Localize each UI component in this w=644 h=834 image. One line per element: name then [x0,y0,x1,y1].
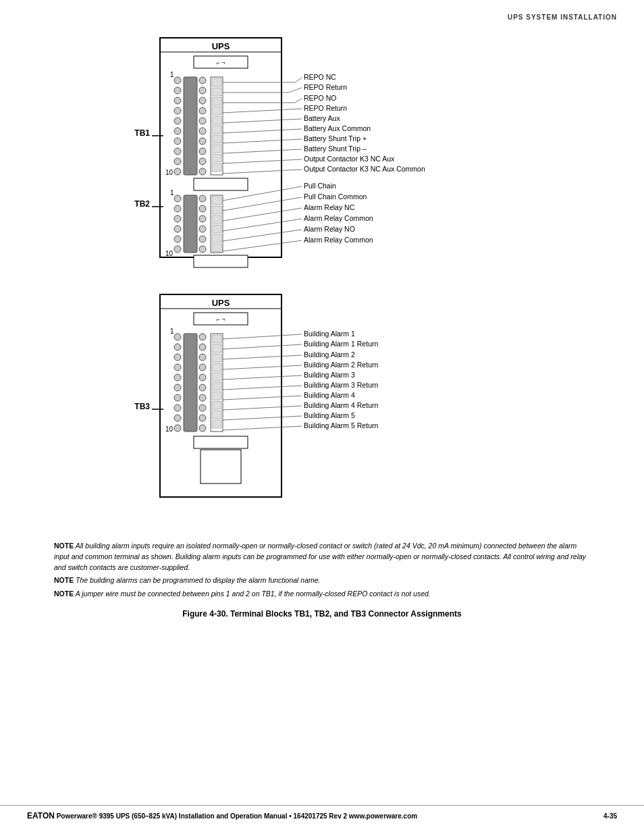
d2-label-ba5r: Building Alarm 5 Return [304,421,378,429]
svg-text:⌐ ¬: ⌐ ¬ [216,59,225,66]
svg-point-45 [174,226,181,232]
svg-rect-61 [212,234,221,242]
note2-text: The building alarms can be programmed to… [74,576,320,584]
svg-point-16 [174,168,181,175]
svg-rect-33 [212,107,221,115]
svg-point-19 [199,97,206,104]
svg-point-91 [174,354,181,361]
svg-point-93 [174,374,181,381]
notes-section: NOTE All building alarm inputs require a… [54,541,590,600]
d1-label-battery-aux: Battery Aux [304,114,340,122]
svg-point-107 [199,415,206,421]
svg-point-42 [174,195,181,202]
svg-point-44 [174,215,181,222]
svg-point-90 [174,344,181,350]
svg-point-8 [174,87,181,94]
svg-rect-119 [212,401,221,409]
svg-rect-32 [212,97,221,105]
d2-label-ba3r: Building Alarm 3 Return [304,381,378,389]
svg-point-53 [199,246,206,253]
svg-rect-109 [184,334,197,432]
svg-rect-54 [184,195,197,253]
svg-point-103 [199,374,206,381]
svg-rect-117 [212,382,221,390]
svg-rect-113 [212,344,221,353]
footer: EATON Powerware® 9395 UPS (650–825 kVA) … [0,805,644,820]
svg-point-26 [199,168,206,175]
svg-rect-115 [212,363,221,371]
d1-tb2-label: TB2 [134,199,150,209]
d1-label-bst-minus: Battery Shunt Trip – [304,145,367,153]
d2-label-ba4r: Building Alarm 4 Return [304,401,378,409]
svg-rect-60 [212,225,221,233]
svg-point-25 [199,158,206,165]
footer-page: 4-35 [603,812,617,820]
svg-point-17 [199,77,206,84]
svg-text:⌐ ¬: ⌐ ¬ [216,316,225,323]
svg-point-101 [199,354,206,361]
svg-line-69 [295,99,302,103]
svg-point-9 [174,97,181,104]
svg-point-96 [174,405,181,411]
d1-label-oc-k3: Output Contactor K3 NC Aux [304,155,395,163]
d1-label-repo-nc: REPO NC [304,73,336,81]
svg-rect-57 [212,197,221,205]
note1: NOTE All building alarm inputs require a… [54,541,590,573]
svg-text:1: 1 [170,189,174,197]
d2-label-ba3: Building Alarm 3 [304,371,355,379]
d1-label-repo-return2: REPO Return [304,104,347,112]
svg-point-97 [174,415,181,421]
svg-point-22 [199,128,206,134]
svg-text:10: 10 [165,425,173,433]
note1-bold: NOTE [54,542,74,550]
eaton-brand: EATON [27,811,55,820]
svg-point-104 [199,384,206,391]
svg-rect-35 [212,126,221,134]
svg-rect-112 [212,335,221,343]
d1-label-repo-no: REPO NO [304,94,336,102]
d2-label-ba2r: Building Alarm 2 Return [304,361,378,369]
d1-label-bst-plus: Battery Shunt Trip + [304,134,367,142]
svg-point-94 [174,384,181,391]
d1-label-pull-chain: Pull Chain [304,182,336,190]
svg-rect-121 [212,420,221,428]
page-header: UPS SYSTEM INSTALLATION [27,14,617,21]
d1-label-alarm-no: Alarm Relay NO [304,225,355,233]
svg-rect-63 [194,255,248,267]
svg-point-100 [199,344,206,350]
d1-label-alarm-common1: Alarm Relay Common [304,214,373,222]
svg-rect-36 [212,135,221,143]
svg-rect-37 [212,145,221,153]
d1-label-battery-aux-common: Battery Aux Common [304,124,371,132]
svg-point-52 [199,236,206,242]
d2-ups-label: UPS [212,298,230,308]
d1-label-repo-return1: REPO Return [304,83,347,91]
svg-point-10 [174,107,181,114]
svg-point-14 [174,148,181,155]
svg-point-98 [174,425,181,432]
svg-point-43 [174,205,181,212]
footer-left: EATON Powerware® 9395 UPS (650–825 kVA) … [27,811,417,820]
svg-point-15 [174,158,181,165]
page: UPS SYSTEM INSTALLATION UPS ⌐ ¬ TB1 TB2 [0,0,644,834]
d2-label-ba2: Building Alarm 2 [304,350,355,359]
note3-bold: NOTE [54,590,74,598]
svg-point-24 [199,148,206,155]
svg-rect-118 [212,392,221,400]
note2-bold: NOTE [54,576,74,584]
svg-rect-120 [212,411,221,419]
footer-bullet: • [289,812,292,820]
svg-rect-122 [194,436,248,448]
svg-point-11 [174,118,181,124]
svg-rect-62 [212,244,221,252]
svg-line-65 [295,78,302,82]
d2-label-ba1r: Building Alarm 1 Return [304,340,378,348]
svg-rect-34 [212,116,221,124]
svg-point-23 [199,138,206,145]
diagrams-container: UPS ⌐ ¬ TB1 TB2 1 [27,28,617,527]
d2-label-ba1: Building Alarm 1 [304,330,355,338]
svg-rect-59 [212,215,221,224]
svg-rect-31 [212,88,221,96]
svg-rect-39 [212,163,221,172]
svg-point-89 [174,334,181,340]
